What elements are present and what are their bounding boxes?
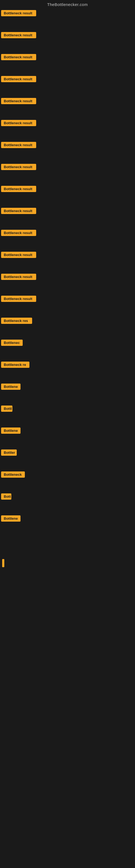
list-item: Bottleneck result xyxy=(1,208,134,215)
bottleneck-badge[interactable]: Bottleneck result xyxy=(1,296,36,302)
bottleneck-badge[interactable]: Bottlene xyxy=(1,516,20,522)
list-item: Bott xyxy=(1,493,134,501)
bottleneck-badge[interactable]: Bottleneck result xyxy=(1,208,36,214)
list-item: Bottleneck result xyxy=(1,252,134,259)
list-item: Bottlene xyxy=(1,383,134,391)
bottleneck-badge[interactable]: Bottleneck result xyxy=(1,120,36,126)
list-item: Bottleneck result xyxy=(1,10,134,18)
list-item: Bottlene xyxy=(1,516,134,523)
bottleneck-badge[interactable]: Bottleneck result xyxy=(1,274,36,280)
list-item: Bottleneck xyxy=(1,471,134,479)
list-item: Bottleneck result xyxy=(1,274,134,281)
bottleneck-badge[interactable]: Bottleneck res xyxy=(1,318,32,324)
list-item: Bottleneck result xyxy=(1,142,134,149)
list-item: Bottleneck result xyxy=(1,76,134,83)
list-item: Bottlene xyxy=(1,428,134,435)
list-item: Bottleneck re xyxy=(1,362,134,369)
bottleneck-badge[interactable]: Bottlene xyxy=(1,383,20,390)
list-item: Bottlenec xyxy=(1,340,134,347)
bottleneck-badge[interactable]: Bottlenec xyxy=(1,340,23,346)
bottleneck-badge[interactable]: Bottleneck result xyxy=(1,252,36,258)
items-container: Bottleneck resultBottleneck resultBottle… xyxy=(0,10,135,676)
list-item: Bottleneck result xyxy=(1,186,134,193)
list-item: Bottleneck result xyxy=(1,230,134,237)
bottleneck-badge[interactable]: Bottleneck result xyxy=(1,142,36,148)
bottleneck-badge[interactable]: Bottleneck result xyxy=(1,186,36,192)
list-item: Bottl xyxy=(1,405,134,413)
bottleneck-badge[interactable]: Bottleneck xyxy=(1,471,25,478)
bottleneck-badge[interactable]: Bottleneck result xyxy=(1,54,36,60)
list-item: Bottleneck result xyxy=(1,164,134,171)
bottleneck-badge[interactable]: Bottleneck result xyxy=(1,164,36,170)
small-indicator xyxy=(2,559,4,567)
list-item: Bottleneck result xyxy=(1,54,134,61)
site-header: TheBottlenecker.com xyxy=(0,0,135,10)
list-item: Bottleneck result xyxy=(1,98,134,105)
list-item: Bottleneck result xyxy=(1,296,134,303)
bottleneck-badge[interactable]: Bottleneck re xyxy=(1,362,30,368)
list-item: Bottleneck result xyxy=(1,32,134,39)
list-item: Bottler xyxy=(1,450,134,457)
bottleneck-badge[interactable]: Bottleneck result xyxy=(1,98,36,104)
list-item: Bottleneck res xyxy=(1,318,134,325)
list-item: Bottleneck result xyxy=(1,120,134,127)
bottleneck-badge[interactable]: Bottleneck result xyxy=(1,32,36,38)
bottleneck-badge[interactable]: Bottleneck result xyxy=(1,10,36,16)
bottleneck-badge[interactable]: Bottleneck result xyxy=(1,76,36,82)
bottleneck-badge[interactable]: Bottleneck result xyxy=(1,230,36,236)
bottleneck-badge[interactable]: Bott xyxy=(1,493,11,500)
bottleneck-badge[interactable]: Bottlene xyxy=(1,428,20,434)
bottleneck-badge[interactable]: Bottl xyxy=(1,405,12,412)
bottleneck-badge[interactable]: Bottler xyxy=(1,450,17,456)
